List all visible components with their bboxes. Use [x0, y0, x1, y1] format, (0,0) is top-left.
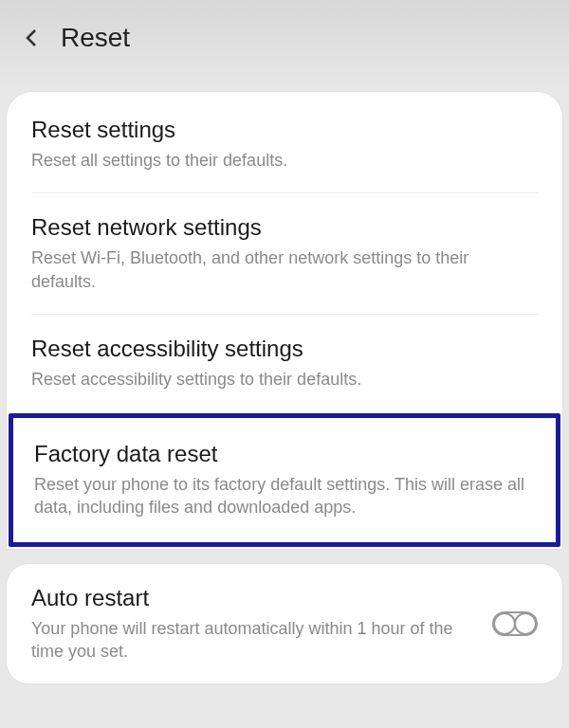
item-desc: Reset all settings to their defaults. [31, 149, 538, 172]
auto-restart-card: Auto restart Your phone will restart aut… [6, 563, 563, 685]
item-desc: Reset your phone to its factory default … [34, 473, 535, 519]
reset-network-settings-item[interactable]: Reset network settings Reset Wi-Fi, Blue… [7, 193, 562, 314]
back-icon[interactable] [19, 25, 46, 51]
page-title: Reset [61, 23, 130, 53]
item-title: Reset network settings [31, 214, 538, 241]
item-desc: Reset Wi-Fi, Bluetooth, and other networ… [31, 246, 538, 293]
item-title: Reset settings [31, 117, 538, 143]
auto-restart-toggle[interactable] [492, 611, 538, 636]
item-desc: Your phone will restart automatically wi… [31, 617, 481, 664]
item-desc: Reset accessibility settings to their de… [31, 368, 538, 391]
item-title: Reset accessibility settings [31, 336, 538, 362]
reset-options-card: Reset settings Reset all settings to the… [6, 91, 563, 550]
auto-restart-item[interactable]: Auto restart Your phone will restart aut… [7, 564, 562, 684]
reset-settings-item[interactable]: Reset settings Reset all settings to the… [7, 96, 562, 192]
reset-accessibility-settings-item[interactable]: Reset accessibility settings Reset acces… [7, 315, 562, 411]
header: Reset [0, 0, 569, 91]
factory-data-reset-item[interactable]: Factory data reset Reset your phone to i… [9, 413, 560, 547]
item-title: Factory data reset [34, 441, 535, 467]
item-title: Auto restart [31, 585, 481, 611]
